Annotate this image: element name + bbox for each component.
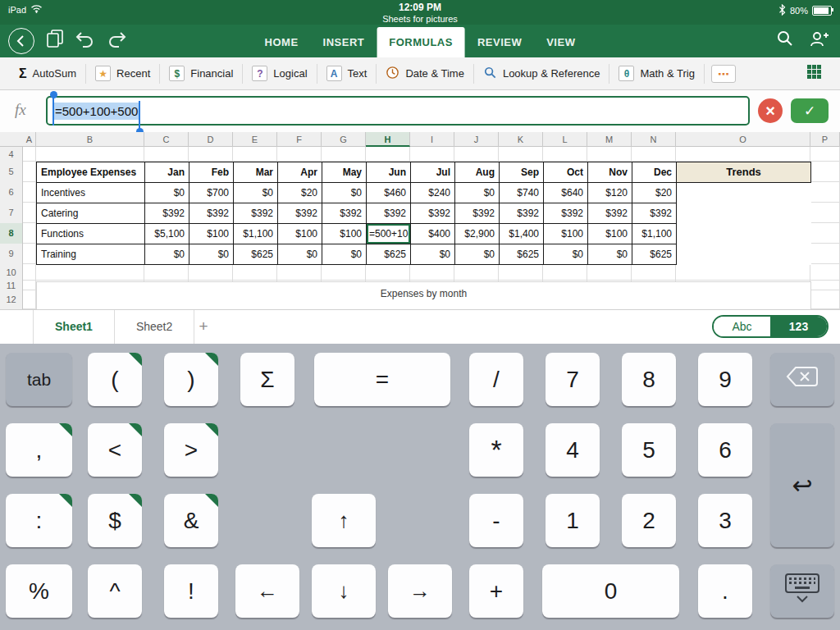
cell-I9[interactable]: $0 xyxy=(411,244,455,265)
cell-D8[interactable]: $100 xyxy=(189,224,234,244)
toolbar-item-financial[interactable]: $Financial xyxy=(160,66,242,81)
key-dismiss-keyboard[interactable] xyxy=(770,564,834,618)
ribbon-tab-formulas[interactable]: FORMULAS xyxy=(377,27,465,57)
toolbar-item-autosum[interactable]: ΣAutoSum xyxy=(10,66,85,81)
key-greater-than[interactable]: > xyxy=(164,423,218,477)
cell-J8[interactable]: $2,900 xyxy=(455,224,500,244)
cell-M6[interactable]: $120 xyxy=(588,183,632,203)
cell-N9[interactable]: $625 xyxy=(632,244,677,265)
cell-G6[interactable]: $0 xyxy=(322,183,367,203)
cell-H6[interactable]: $460 xyxy=(367,183,411,203)
cell-B7[interactable]: Catering xyxy=(37,203,145,224)
sheet-tab-sheet1[interactable]: Sheet1 xyxy=(33,310,115,344)
toolbar-item-text[interactable]: AText xyxy=(317,66,377,81)
row-header-6[interactable]: 6 xyxy=(0,182,22,203)
cell-C8[interactable]: $5,100 xyxy=(145,224,189,244)
cell-E6[interactable]: $0 xyxy=(234,183,278,203)
key-divide[interactable]: / xyxy=(469,353,523,406)
column-header-P[interactable]: P xyxy=(810,132,840,147)
cell-N6[interactable]: $20 xyxy=(632,183,677,203)
add-sheet-button[interactable]: + xyxy=(190,310,217,343)
cell-N7[interactable]: $392 xyxy=(632,203,677,224)
key-multiply[interactable]: * xyxy=(469,423,523,477)
cell-L9[interactable]: $0 xyxy=(544,244,588,265)
column-header-I[interactable]: I xyxy=(410,132,454,147)
key-dollar[interactable]: $ xyxy=(88,494,142,547)
cancel-button[interactable]: × xyxy=(758,98,783,123)
row-header-8[interactable]: 8 xyxy=(0,223,22,244)
ribbon-tab-home[interactable]: HOME xyxy=(253,27,311,57)
undo-button[interactable] xyxy=(75,31,95,52)
cell-D5[interactable]: Feb xyxy=(189,162,234,183)
cell-I6[interactable]: $240 xyxy=(411,183,455,203)
key-4[interactable]: 4 xyxy=(546,423,600,477)
cell-C5[interactable]: Jan xyxy=(145,162,189,183)
cell-J7[interactable]: $392 xyxy=(455,203,500,224)
cell-K5[interactable]: Sep xyxy=(500,162,544,183)
chart-object[interactable]: Expenses by month xyxy=(36,281,811,309)
toolbar-item-date-time[interactable]: Date & Time xyxy=(377,66,473,82)
key-sigma[interactable]: Σ xyxy=(240,353,294,406)
cell-H5[interactable]: Jun xyxy=(367,162,411,183)
toolbar-more-button[interactable]: ⋯ xyxy=(711,65,736,83)
key-backspace[interactable] xyxy=(770,353,834,406)
cell-J6[interactable]: $0 xyxy=(455,183,500,203)
cell-H9[interactable]: $625 xyxy=(367,244,411,265)
cell-B8[interactable]: Functions xyxy=(37,224,145,244)
key-minus[interactable]: - xyxy=(469,494,523,547)
key-percent[interactable]: % xyxy=(6,564,72,618)
cell-L5[interactable]: Oct xyxy=(544,162,588,183)
cell-L7[interactable]: $392 xyxy=(544,203,588,224)
ribbon-tab-review[interactable]: REVIEW xyxy=(465,27,534,57)
column-header-B[interactable]: B xyxy=(36,132,144,147)
cell-F9[interactable]: $0 xyxy=(278,244,322,265)
redo-button[interactable] xyxy=(107,31,126,52)
cell-D7[interactable]: $392 xyxy=(189,203,234,224)
cell-O5[interactable]: Trends xyxy=(677,162,811,183)
cell-C9[interactable]: $0 xyxy=(145,244,189,265)
cell-D6[interactable]: $700 xyxy=(189,183,234,203)
column-header-F[interactable]: F xyxy=(277,132,322,147)
key-2[interactable]: 2 xyxy=(622,494,676,547)
row-header-5[interactable]: 5 xyxy=(0,162,22,182)
cell-F5[interactable]: Apr xyxy=(278,162,322,183)
toolbar-item-logical[interactable]: ?Logical xyxy=(243,66,316,81)
column-header-J[interactable]: J xyxy=(454,132,499,147)
ribbon-tab-insert[interactable]: INSERT xyxy=(311,27,377,57)
key-arrow-right[interactable]: → xyxy=(388,564,452,618)
toolbar-item-recent[interactable]: ★Recent xyxy=(86,66,159,81)
sheet-tab-sheet2[interactable]: Sheet2 xyxy=(115,310,194,344)
cell-G5[interactable]: May xyxy=(322,162,367,183)
cell-E9[interactable]: $625 xyxy=(234,244,278,265)
key-7[interactable]: 7 xyxy=(546,353,600,406)
cell-G7[interactable]: $392 xyxy=(322,203,367,224)
key-6[interactable]: 6 xyxy=(698,423,752,477)
cell-J9[interactable]: $0 xyxy=(455,244,500,265)
cell-B6[interactable]: Incentives xyxy=(37,183,145,203)
key-arrow-left[interactable]: ← xyxy=(235,564,299,618)
key-1[interactable]: 1 xyxy=(546,494,600,547)
key-arrow-down[interactable]: ↓ xyxy=(312,564,376,618)
column-header-G[interactable]: G xyxy=(322,132,366,147)
key-return[interactable]: ↩ xyxy=(770,423,834,547)
cell-H7[interactable]: $392 xyxy=(367,203,411,224)
cell-N5[interactable]: Dec xyxy=(632,162,677,183)
toolbar-item-math-trig[interactable]: θMath & Trig xyxy=(609,66,703,81)
cell-D9[interactable]: $0 xyxy=(189,244,234,265)
key-colon[interactable]: : xyxy=(6,494,72,547)
key-3[interactable]: 3 xyxy=(698,494,752,547)
row-header-9[interactable]: 9 xyxy=(0,244,22,264)
key-9[interactable]: 9 xyxy=(698,353,752,406)
key-arrow-up[interactable]: ↑ xyxy=(312,494,376,547)
cell-K7[interactable]: $392 xyxy=(500,203,544,224)
column-header-O[interactable]: O xyxy=(676,132,810,147)
ribbon-tab-view[interactable]: VIEW xyxy=(534,27,587,57)
formula-input[interactable]: =500+100+500 xyxy=(46,96,750,126)
cell-G8[interactable]: $100 xyxy=(322,224,367,244)
cell-F6[interactable]: $20 xyxy=(278,183,322,203)
cell-K9[interactable]: $625 xyxy=(500,244,544,265)
key-0[interactable]: 0 xyxy=(542,564,679,618)
cell-L8[interactable]: $100 xyxy=(544,224,588,244)
cell-J5[interactable]: Aug xyxy=(455,162,500,183)
row-header-4[interactable]: 4 xyxy=(0,147,22,162)
